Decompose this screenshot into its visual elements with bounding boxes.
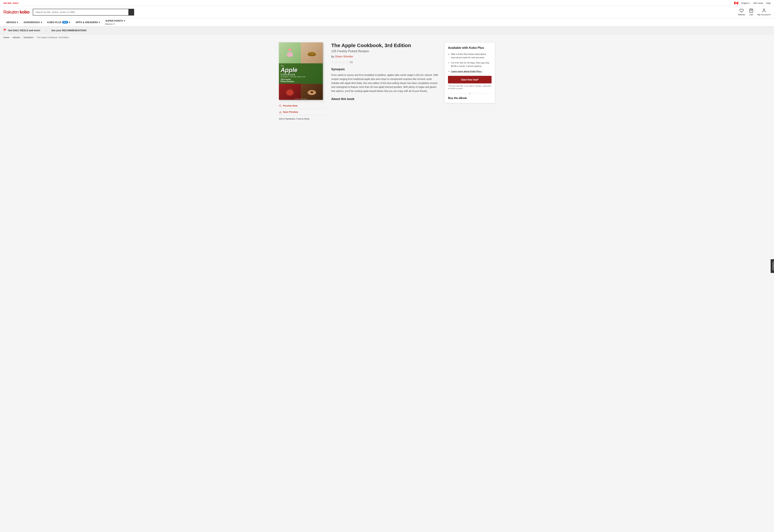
- nav-audiobooks[interactable]: AUDIOBOOKS ▾: [21, 18, 44, 26]
- about-book-heading: About this book: [331, 97, 439, 101]
- recommendations-promo[interactable]: See your RECOMMENDATIONS: [51, 29, 86, 32]
- nav-super-points[interactable]: SUPER POINTS ▾ Balance: 0: [103, 18, 128, 26]
- author-link[interactable]: Olwen Woodier: [335, 55, 353, 58]
- promo-text: Get $15, John!: [3, 2, 19, 4]
- donut-icon: [307, 87, 317, 96]
- svg-point-3: [763, 9, 765, 10]
- book-subtitle: 125 Freshly Picked Recipes: [331, 49, 439, 53]
- apps-chevron-icon: ▾: [99, 21, 100, 24]
- kobo-plus-card: Available with Kobo Plus With a Kobo Plu…: [444, 42, 495, 103]
- daily-deals-link[interactable]: Get DAILY DEALS and more!: [8, 29, 40, 32]
- search-input[interactable]: [33, 9, 128, 15]
- main-nav: eBOOKS ▾ AUDIOBOOKS ▾ KOBO PLUS NEW ▾ AP…: [0, 18, 774, 27]
- buy-ebook-title: Buy the eBook: [448, 97, 492, 100]
- breadcrumb-home[interactable]: Home: [3, 36, 9, 39]
- nav-apps[interactable]: APPS & eREADERS ▾: [73, 18, 103, 26]
- start-trial-button[interactable]: Start free trial*: [448, 76, 492, 83]
- svg-point-13: [279, 105, 281, 107]
- preview-now-link[interactable]: Preview Now: [279, 103, 326, 109]
- synopsis-text: From sweet to savory and from breakfast …: [331, 73, 439, 93]
- nav-kobo-plus[interactable]: KOBO PLUS NEW ▾: [45, 18, 73, 26]
- audiobooks-chevron-icon: ▾: [41, 21, 42, 24]
- kobo-plus-feature-1: With a Kobo Plus Read subscription, read…: [451, 53, 492, 59]
- cover-apple-text: Apple: [281, 67, 321, 73]
- cover-subtitle-text: 3rd Edition • 180,000 copies sold: [281, 76, 321, 78]
- download-icon: [279, 111, 282, 113]
- svg-point-12: [310, 91, 313, 93]
- main-content: The Apple COOKBOOK 3rd Edition • 180,000…: [276, 41, 498, 123]
- kobo-plus-title: Available with Kobo Plus: [448, 46, 492, 50]
- action-links: Preview Now Save Preview: [279, 103, 326, 115]
- language-label: English: [741, 2, 749, 4]
- ranking-nonfiction-link[interactable]: Nonfiction: [285, 118, 295, 120]
- search-button[interactable]: [128, 9, 134, 15]
- learn-more-chevron-icon: ›: [482, 70, 482, 73]
- ranking: #19 in Nonfiction, Food & Drink,: [279, 118, 326, 120]
- ebooks-chevron-icon: ▾: [17, 21, 18, 24]
- cover-bottom-images: [279, 84, 323, 100]
- heart-icon: [739, 8, 744, 13]
- kobo-plus-feature-3: Learn more about Kobo Plus ›: [451, 70, 492, 73]
- new-badge: NEW: [62, 21, 68, 23]
- wishlist-label: Wishlist: [738, 14, 745, 16]
- promo-flag-icon: 🚩: [3, 29, 7, 32]
- rating-count: (0): [350, 61, 353, 64]
- cover-image-1: [279, 42, 301, 63]
- breadcrumb: Home / eBooks / Nonfiction / The Apple C…: [0, 34, 774, 41]
- ranking-food-drink-link[interactable]: Food & Drink: [296, 118, 309, 120]
- cover-image-4: [301, 84, 323, 100]
- trial-note: *The free trial offer is not valid in Qu…: [448, 85, 492, 90]
- cover-title-area: The Apple COOKBOOK 3rd Edition • 180,000…: [279, 63, 323, 84]
- breadcrumb-ebooks[interactable]: eBooks: [13, 36, 20, 39]
- apple-icon: [285, 87, 295, 97]
- header: Rakuten kobo Wishlist Cart: [0, 6, 774, 18]
- promo-divider: |: [45, 28, 46, 32]
- wishlist-action[interactable]: Wishlist: [738, 8, 745, 16]
- breadcrumb-current: The Apple Cookbook, 3rd Edition: [37, 36, 69, 39]
- recommendations-link[interactable]: See your RECOMMENDATIONS: [51, 29, 86, 32]
- book-title: The Apple Cookbook, 3rd Edition: [331, 42, 439, 48]
- cover-top-images: [279, 42, 323, 63]
- my-account-chevron-icon: ▾: [769, 13, 771, 16]
- top-bar-right: 🇨🇦 English ▾ Gift Cards Help: [734, 1, 771, 5]
- preview-icon: [279, 104, 282, 107]
- star-2: ☆: [335, 60, 338, 64]
- gift-cards-link[interactable]: Gift Cards: [753, 2, 763, 4]
- left-column: The Apple COOKBOOK 3rd Edition • 180,000…: [279, 42, 326, 120]
- my-account-action[interactable]: My Account ▾: [757, 8, 771, 16]
- food-icon: [307, 49, 317, 57]
- kobo-plus-feature-2: Try it for free for 30 days, then pay on…: [451, 61, 492, 68]
- right-column: Available with Kobo Plus With a Kobo Plu…: [444, 42, 495, 120]
- middle-column: The Apple Cookbook, 3rd Edition 125 Fres…: [326, 42, 444, 120]
- cover-the-text: The: [281, 65, 321, 67]
- star-5: ☆: [346, 60, 349, 64]
- super-points-chevron-icon: ▾: [124, 19, 125, 22]
- my-account-label: My Account ▾: [757, 13, 771, 16]
- book-cover-inner: The Apple COOKBOOK 3rd Edition • 180,000…: [279, 42, 323, 100]
- cover-image-2: [301, 42, 323, 63]
- cart-label: Cart: [749, 14, 753, 16]
- breadcrumb-nonfiction[interactable]: Nonfiction: [24, 36, 33, 39]
- logo-text: Rakuten kobo: [3, 9, 29, 15]
- save-preview-link[interactable]: Save Preview: [279, 109, 326, 115]
- breadcrumb-sep-1: /: [11, 36, 11, 39]
- daily-deals-promo[interactable]: 🚩 Get DAILY DEALS and more!: [3, 29, 40, 32]
- cover-author-text: OLWEN WOODIER: [295, 98, 307, 99]
- logo[interactable]: Rakuten kobo: [3, 9, 29, 15]
- language-selector[interactable]: English ▾: [741, 2, 750, 4]
- nav-ebooks[interactable]: eBOOKS ▾: [3, 18, 21, 26]
- book-author: by Olwen Woodier: [331, 55, 439, 58]
- cover-image-3: [279, 84, 301, 100]
- cover-cookbook-text: COOKBOOK: [281, 73, 321, 76]
- top-bar: Get $15, John! 🇨🇦 English ▾ Gift Cards H…: [0, 0, 774, 6]
- help-link[interactable]: Help: [766, 2, 771, 4]
- header-actions: Wishlist Cart My Account ▾: [738, 8, 771, 16]
- learn-more-link[interactable]: Learn more about Kobo Plus ›: [451, 70, 482, 73]
- kobo-plus-features: With a Kobo Plus Read subscription, read…: [448, 53, 492, 73]
- star-1: ☆: [331, 60, 334, 64]
- svg-point-8: [308, 52, 316, 55]
- search-bar: [33, 9, 134, 16]
- smoothie-icon: [285, 48, 295, 58]
- promo-bar: 🚩 Get DAILY DEALS and more! | See your R…: [0, 27, 774, 34]
- cart-action[interactable]: Cart: [749, 8, 753, 16]
